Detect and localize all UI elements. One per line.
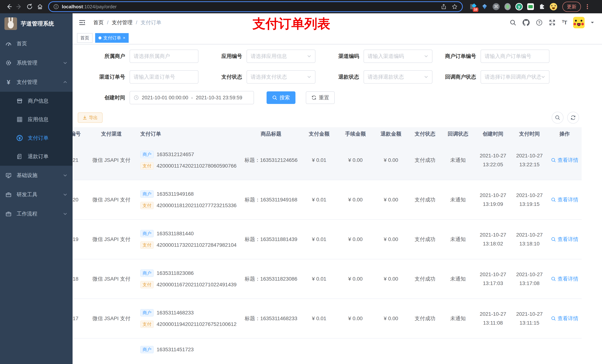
filter-input[interactable]: 请选择订单回调商户状态 [481,70,549,83]
refresh-table-button[interactable] [567,112,579,124]
breadcrumb-current: 支付订单 [141,19,161,26]
date-range-input[interactable]: 2021-10-01 00:00:00 - 2021-10-31 23:59:5… [129,91,254,104]
sidebar-item-label: 支付管理 [17,79,37,86]
extensions-puzzle-icon[interactable] [538,3,546,10]
fullscreen-icon[interactable] [549,19,556,26]
filter-input[interactable]: 请输入渠道编码 [364,50,432,63]
filter-label: 渠道订单号 [89,73,129,81]
browser-reload-button[interactable] [24,1,35,12]
tag-home[interactable]: 首页 [77,33,93,43]
view-detail-link[interactable]: 查看详情 [551,157,578,164]
sidebar-logo[interactable]: 芋道管理系统 [0,13,73,34]
sidebar-item-label: 基础设施 [17,172,37,179]
merchant-tag: 商户 [140,270,154,277]
view-detail-link[interactable]: 查看详情 [551,196,578,203]
sidebar-item-refund-order[interactable]: 退款订单 [0,147,73,166]
filter-input[interactable]: 请选择支付状态 [247,70,315,83]
chevron-up-icon [63,80,67,84]
column-header: 操作 [548,130,582,137]
pin-extension-icon[interactable] [481,3,488,10]
sidebar-item-infra[interactable]: 基础设施 [0,166,73,185]
browser-home-button[interactable] [35,1,45,12]
table-row[interactable]: 21 微信 JSAPI 支付 商户1635312124657 支付4200001… [73,141,582,180]
svg-text:?: ? [538,21,540,25]
create-time-field: 创建时间 2021-10-01 00:00:00 - 2021-10-31 23… [89,91,254,104]
reset-button[interactable]: 重置 [306,91,335,104]
sidebar-item-label: 支付订单 [28,135,49,142]
cell-pay-order: 商户1635311451723 [73,346,241,353]
toggle-search-button[interactable] [552,112,563,124]
sidebar-item-payment[interactable]: ¥ 支付管理 [0,73,73,92]
placeholder-text: 请输入商户订单编号 [485,53,545,60]
help-icon[interactable]: ? [536,19,543,26]
cell-pay-status: 支付成功 [409,157,441,164]
pay-tag: 支付 [140,281,154,288]
user-avatar[interactable] [573,17,585,28]
github-icon[interactable] [523,19,530,26]
pay-tag: 支付 [140,241,154,249]
browser-back-button[interactable] [4,1,14,12]
filter-field: 回调商户状态 请选择订单回调商户状态 [440,70,549,83]
share-icon[interactable] [441,4,447,10]
merchant-order-no: 1635311881440 [157,231,194,237]
pay-tag: 支付 [140,202,154,209]
table-row-partial[interactable]: 商户1635311451723 [73,338,582,364]
filter-label: 退款状态 [323,73,364,81]
table-row[interactable]: 17 微信 JSAPI 支付 商户1635311468233 支付4200001… [73,299,582,338]
sidebar-item-home[interactable]: 首页 [0,34,73,53]
browser-toolbar: localhost:1024/pay/order 10 ⌘ y 更新 [0,0,602,13]
export-button[interactable]: 导出 [78,113,103,123]
filter-input[interactable]: 请选择应用信息 [247,50,315,63]
search-button[interactable]: 搜索 [267,91,295,104]
filter-input[interactable]: 请输入商户订单编号 [481,50,549,63]
view-detail-link[interactable]: 查看详情 [551,315,578,322]
sidebar-item-label: 应用信息 [28,116,49,123]
browser-profile-avatar[interactable] [550,3,557,10]
briefcase-icon [5,210,12,217]
sidebar-item-app-info[interactable]: 应用信息 [0,110,73,129]
cell-title: 标题：1635311881439 [241,236,301,243]
cell-notify-status: 未通知 [441,196,475,203]
chat-extension-icon[interactable] [527,3,534,10]
shortcut-extension-icon[interactable]: ⌘ [492,3,500,10]
avatar-caret-icon[interactable] [591,22,594,25]
header-search-icon[interactable] [510,19,516,26]
breadcrumb-payment[interactable]: 支付管理 [112,19,133,26]
url-bar[interactable]: localhost:1024/pay/order [48,1,463,12]
filter-field: 渠道订单号 请输入渠道订单号 [89,70,198,83]
tag-pay-order[interactable]: 支付订单 × [95,33,129,43]
sidebar-item-label: 首页 [17,40,27,47]
filter-input[interactable]: 请输入渠道订单号 [129,70,198,83]
browser-menu-button[interactable] [585,3,590,10]
sidebar-item-pay-order[interactable]: 支付订单 [0,129,73,147]
pay-tag: 支付 [140,321,154,328]
site-info-icon[interactable] [53,4,59,10]
filter-input[interactable]: 请选择退款状态 [364,70,432,83]
cell-channel: 微信 JSAPI 支付 [87,315,136,322]
sidebar-item-merchant-info[interactable]: 商户信息 [0,92,73,110]
cell-create-time: 2021-10-2713:18:02 [475,232,511,247]
close-icon[interactable]: × [123,36,125,40]
recorder-extension-icon[interactable] [504,3,511,10]
table-row[interactable]: 20 微信 JSAPI 支付 商户1635311949168 支付4200001… [73,180,582,220]
font-size-icon[interactable]: TT [562,20,567,26]
app-title: 芋道管理系统 [21,20,54,28]
sidebar-item-devtools[interactable]: 研发工具 [0,185,73,204]
filter-input[interactable]: 请选择所属商户 [129,50,198,63]
sidebar-item-system[interactable]: 系统管理 [0,53,73,73]
bookmark-star-icon[interactable] [452,4,458,10]
browser-forward-button[interactable] [14,1,24,12]
sidebar-item-workflow[interactable]: 工作流程 [0,204,73,223]
view-detail-link[interactable]: 查看详情 [551,236,578,243]
tab-manager-extension-icon[interactable]: 10 [469,3,477,10]
view-detail-link[interactable]: 查看详情 [551,275,578,282]
sidebar-toggle-button[interactable] [77,19,87,26]
cell-notify-status: 未通知 [441,315,475,322]
vue-devtools-icon[interactable]: y [515,3,523,10]
table-row[interactable]: 19 微信 JSAPI 支付 商户1635311881440 支付4200001… [73,220,582,259]
breadcrumb-home[interactable]: 首页 [93,19,104,26]
table-row[interactable]: 18 微信 JSAPI 支付 商户1635311823086 支付4200001… [73,259,582,299]
chrome-update-button[interactable]: 更新 [562,2,581,12]
cell-notify-status: 未通知 [441,157,475,164]
filter-label: 创建时间 [89,94,129,101]
